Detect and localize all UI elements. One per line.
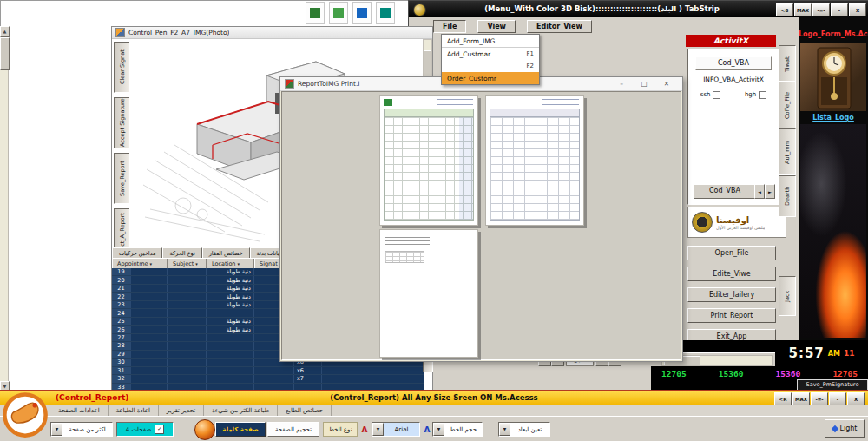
chevron-down-icon[interactable]: [51, 423, 62, 436]
chart-icon[interactable]: [376, 2, 395, 24]
table-row[interactable]: 31x6: [112, 367, 424, 375]
cell-appointment[interactable]: [131, 318, 168, 325]
cell-value[interactable]: x6: [294, 367, 322, 374]
cell-appointment[interactable]: [131, 359, 168, 365]
pages-count-field[interactable]: 4 صفحات: [116, 422, 174, 437]
print-window-control[interactable]: –: [610, 78, 633, 89]
photo-button-accept-signature[interactable]: Accept Signature: [114, 97, 130, 148]
bottom-tab[interactable]: تحدير تقرير: [159, 405, 204, 416]
statusbar-control-MAX[interactable]: MAX: [792, 392, 810, 405]
cell-appointment[interactable]: [131, 367, 168, 374]
cell-appointment[interactable]: [131, 285, 168, 292]
cell-location[interactable]: [207, 367, 254, 374]
spin-right-icon[interactable]: ►: [765, 184, 775, 199]
photo-window-titlebar[interactable]: Control_Pen_F2_A7_IMG(Photo): [112, 27, 432, 39]
window-control--=-[interactable]: -=-: [812, 3, 830, 16]
cell-location[interactable]: [207, 342, 254, 349]
cod-vba-button-2[interactable]: Cod_VBA: [694, 184, 756, 199]
light-button[interactable]: Light: [825, 419, 865, 438]
hand-logo[interactable]: [2, 392, 49, 438]
cell-subject[interactable]: [168, 268, 207, 275]
dropdown-item-F2[interactable]: F2: [442, 60, 539, 72]
dropdown-item-Order_Customr[interactable]: Order_Customr: [442, 72, 539, 84]
cell-appointment[interactable]: [131, 301, 168, 308]
bottom-tab[interactable]: اعدادات الصفحة: [50, 405, 108, 416]
cell-subject[interactable]: [168, 326, 207, 332]
cell-appointment[interactable]: [131, 326, 168, 332]
cell-appointment[interactable]: [131, 276, 168, 283]
font-size-dropdown[interactable]: حجم الخط: [432, 422, 483, 437]
statusbar-control-<R[interactable]: <R: [774, 392, 792, 405]
cell-appointment[interactable]: [131, 375, 168, 382]
button-edite_viwe[interactable]: Edite_Viwe: [687, 267, 776, 281]
cell-location[interactable]: دنية طويلة: [207, 268, 254, 275]
scroll-up-icon[interactable]: [0, 26, 10, 37]
statusbar-control-X[interactable]: X: [847, 392, 865, 405]
print-window-control[interactable]: □: [633, 78, 655, 89]
window-control-MAX[interactable]: MAX: [794, 3, 812, 16]
checkbox-icon[interactable]: [155, 425, 164, 434]
dimensions-dropdown[interactable]: تعين ابعاد: [498, 422, 550, 437]
spin-left-icon[interactable]: ◄: [754, 184, 765, 199]
cell-subject[interactable]: [168, 276, 207, 283]
cell-location[interactable]: [207, 334, 254, 341]
photo-button-save_report[interactable]: Save_Report: [114, 153, 130, 204]
side-tab-dearth[interactable]: Dearth: [779, 175, 796, 217]
menu-editor_view[interactable]: Editor_View: [527, 20, 592, 33]
menu-file[interactable]: File: [433, 20, 466, 33]
button-open_file[interactable]: Open_File: [687, 246, 776, 260]
bottom-tab[interactable]: حصائص الطابع: [278, 405, 332, 416]
table-icon[interactable]: [306, 2, 325, 24]
cell-location[interactable]: [207, 375, 254, 382]
cell-subject[interactable]: [168, 285, 207, 292]
menu-view[interactable]: View: [477, 20, 516, 33]
lista-logo-link[interactable]: Lista_Logo: [799, 114, 868, 122]
cell-subject[interactable]: [168, 309, 207, 316]
cell-subject[interactable]: [168, 293, 207, 299]
print-page-3[interactable]: [379, 229, 478, 358]
side-tab-coffe_file[interactable]: Coffe_File: [779, 82, 796, 128]
cell-value[interactable]: x7: [294, 375, 322, 382]
cell-subject[interactable]: [168, 334, 207, 341]
check-left[interactable]: ssh: [700, 91, 721, 99]
cell-subject[interactable]: [168, 367, 207, 374]
cell-appointment[interactable]: [131, 351, 168, 358]
check-right[interactable]: hgh: [745, 91, 766, 99]
cell-subject[interactable]: [168, 318, 207, 325]
checkbox-icon[interactable]: [759, 91, 766, 99]
chevron-down-icon[interactable]: [499, 423, 510, 436]
printer-ball-icon[interactable]: [194, 419, 215, 440]
scrollbar-thumb[interactable]: [0, 37, 10, 70]
cell-subject[interactable]: [168, 359, 207, 365]
cell-subject[interactable]: [168, 351, 207, 358]
print-page-2[interactable]: [485, 95, 584, 226]
cell-location[interactable]: [207, 351, 254, 358]
cell-appointment[interactable]: [131, 293, 168, 299]
table-row[interactable]: 32x7: [112, 375, 424, 383]
button-editer_lailery[interactable]: Editer_lailery: [687, 287, 776, 302]
cell-location[interactable]: دنية طويلة: [207, 285, 254, 292]
cell-location[interactable]: دنية طويلة: [207, 301, 254, 308]
cell-appointment[interactable]: [131, 268, 168, 275]
sheet-icon[interactable]: [329, 2, 348, 24]
dropdown-item-Add_Form_IMG[interactable]: Add_Form_IMG: [442, 35, 539, 48]
window-icon[interactable]: [352, 2, 372, 24]
cell-subject[interactable]: [168, 301, 207, 308]
side-tab-tiwab[interactable]: Tiwab: [779, 45, 796, 82]
vertical-scrollbar[interactable]: [0, 26, 9, 392]
cell-location[interactable]: دنية طويلة: [207, 318, 254, 325]
more-pages-dropdown[interactable]: اكثر من صفحة: [50, 422, 113, 437]
photo-button-clear-signat[interactable]: Clear Signat: [114, 42, 130, 93]
side-tab-aut_mm[interactable]: Aut_mm: [779, 128, 796, 175]
cell-appointment[interactable]: [131, 334, 168, 341]
bottom-tab[interactable]: طباعة الكثر من شيءة: [204, 405, 278, 416]
full-page-button[interactable]: صفحة كاملة: [215, 422, 266, 437]
cell-location[interactable]: [207, 359, 254, 365]
cell-location[interactable]: دنية طويلة: [207, 276, 254, 283]
cell-location[interactable]: دنية طويلة: [207, 326, 254, 332]
cell-appointment[interactable]: [131, 342, 168, 349]
print-window-control[interactable]: ✕: [655, 78, 678, 89]
statusbar-control--=-[interactable]: -=-: [811, 392, 828, 405]
statusbar-control--[interactable]: -: [829, 392, 846, 405]
cell-subject[interactable]: [168, 375, 207, 382]
